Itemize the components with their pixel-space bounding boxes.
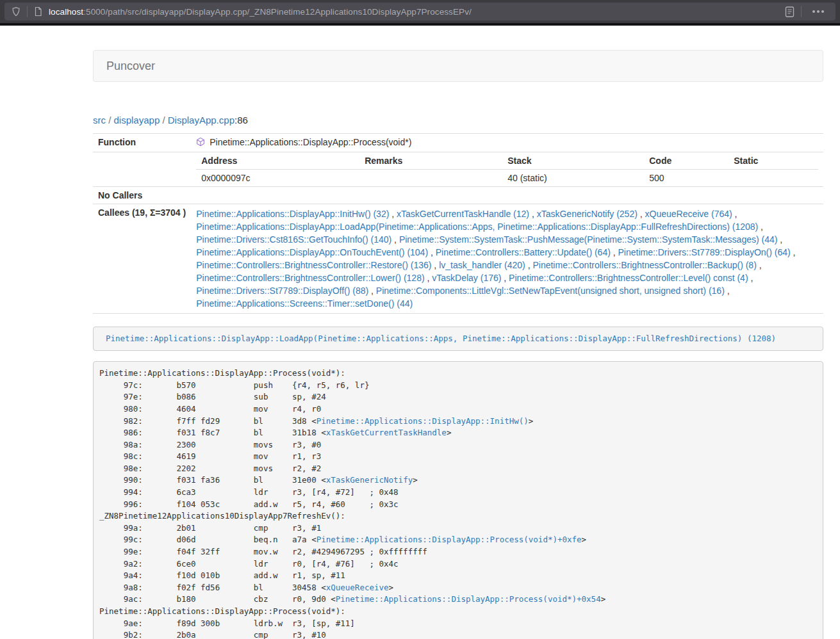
page-icon[interactable] <box>33 6 43 17</box>
callee-link[interactable]: Pinetime::Applications::DisplayApp::Load… <box>196 222 758 232</box>
callee-link[interactable]: Pinetime::Controllers::BrightnessControl… <box>196 273 424 283</box>
url-text: localhost:5000/path/src/displayapp/Displ… <box>49 7 784 17</box>
reader-view-icon[interactable] <box>784 6 795 18</box>
col-header-code: Code <box>644 152 729 170</box>
function-label: Function <box>93 134 191 152</box>
url-bar-divider <box>27 6 28 17</box>
callee-link[interactable]: Pinetime::Applications::DisplayApp::Init… <box>196 209 389 219</box>
breadcrumb-separator: / <box>108 115 111 125</box>
stack-value: 40 (static) <box>502 170 644 187</box>
breadcrumb: src / displayapp / DisplayApp.cpp:86 <box>93 115 823 125</box>
disassembly-symbol-link[interactable]: xQueueReceive <box>326 583 389 592</box>
browser-toolbar: localhost:5000/path/src/displayapp/Displ… <box>0 0 840 23</box>
callee-link[interactable]: Pinetime::Controllers::Battery::Update()… <box>436 247 611 257</box>
callee-link[interactable]: Pinetime::Controllers::BrightnessControl… <box>196 260 431 270</box>
col-header-remarks: Remarks <box>359 152 502 170</box>
disassembly-symbol-link[interactable]: Pinetime::Applications::DisplayApp::Proc… <box>317 535 582 544</box>
symbol-table: Function Pinetime::Applications::Display… <box>93 133 823 314</box>
callee-link[interactable]: Pinetime::Controllers::BrightnessControl… <box>532 260 756 270</box>
callees-list: Pinetime::Applications::DisplayApp::Init… <box>191 204 823 314</box>
callee-link[interactable]: Pinetime::Applications::Screens::Timer::… <box>196 298 413 309</box>
selected-callee-link[interactable]: Pinetime::Applications::DisplayApp::Load… <box>106 334 776 343</box>
breadcrumb-src-link[interactable]: src <box>93 115 106 125</box>
table-row: 0x0000097c 40 (static) 500 <box>196 170 818 187</box>
selected-callee-box: Pinetime::Applications::DisplayApp::Load… <box>93 327 823 351</box>
no-callers-row: No Callers <box>93 187 823 204</box>
disassembly-symbol-link[interactable]: Pinetime::Applications::DisplayApp::Proc… <box>336 594 601 604</box>
callee-link[interactable]: Pinetime::Drivers::St7789::DisplayOn() (… <box>618 247 791 257</box>
url-host: localhost <box>49 7 83 17</box>
remarks-value <box>359 170 502 187</box>
function-name: Pinetime::Applications::DisplayApp::Proc… <box>210 137 411 147</box>
callee-link[interactable]: Pinetime::Components::LittleVgl::SetNewT… <box>376 286 725 296</box>
breadcrumb-separator: / <box>162 115 165 125</box>
url-bar-divider-right <box>801 6 802 17</box>
shield-icon[interactable] <box>11 6 21 17</box>
more-options-icon[interactable] <box>812 10 824 13</box>
function-details-row: Address Remarks Stack Code Static 0x0000… <box>93 152 823 187</box>
app-header: Puncover <box>93 50 823 82</box>
callee-link[interactable]: lv_task_handler (420) <box>439 260 525 270</box>
app-brand-link[interactable]: Puncover <box>94 60 165 73</box>
col-header-static: Static <box>729 152 818 170</box>
callee-link[interactable]: xQueueReceive (764) <box>645 209 732 219</box>
callee-link[interactable]: xTaskGetCurrentTaskHandle (12) <box>397 209 529 219</box>
breadcrumb-line-number: :86 <box>235 115 248 125</box>
disassembly-symbol-link[interactable]: xTaskGetCurrentTaskHandle <box>326 428 447 437</box>
callee-link[interactable]: Pinetime::Controllers::BrightnessControl… <box>509 273 748 283</box>
callee-link[interactable]: xTaskGenericNotify (252) <box>537 209 638 219</box>
callee-link[interactable]: vTaskDelay (176) <box>432 273 501 283</box>
callee-link[interactable]: Pinetime::Applications::DisplayApp::OnTo… <box>196 247 428 257</box>
callees-label: Callees (19, Σ=3704 ) <box>93 204 191 314</box>
function-details-table: Address Remarks Stack Code Static 0x0000… <box>196 152 818 186</box>
disassembly-block: Pinetime::Applications::DisplayApp::Proc… <box>93 361 823 639</box>
breadcrumb-file-link[interactable]: DisplayApp.cpp <box>168 115 235 125</box>
no-callers-label: No Callers <box>93 187 191 204</box>
callee-link[interactable]: Pinetime::Drivers::Cst816S::GetTouchInfo… <box>196 234 391 245</box>
package-cube-icon <box>196 137 205 149</box>
breadcrumb-displayapp-link[interactable]: displayapp <box>114 115 160 125</box>
disassembly-symbol-link[interactable]: Pinetime::Applications::DisplayApp::Init… <box>317 416 529 426</box>
function-row: Function Pinetime::Applications::Display… <box>93 134 823 152</box>
url-bar[interactable]: localhost:5000/path/src/displayapp/Displ… <box>4 3 836 20</box>
url-path: :5000/path/src/displayapp/DisplayApp.cpp… <box>83 7 472 17</box>
callees-row: Callees (19, Σ=3704 ) Pinetime::Applicat… <box>93 204 823 314</box>
disassembly-code: Pinetime::Applications::DisplayApp::Proc… <box>99 368 605 639</box>
disassembly-symbol-link[interactable]: xTaskGenericNotify <box>326 475 413 485</box>
col-header-stack: Stack <box>502 152 644 170</box>
static-value <box>729 170 818 187</box>
callee-link[interactable]: Pinetime::Drivers::St7789::DisplayOff() … <box>196 286 368 296</box>
browser-bottom-border <box>0 23 840 26</box>
code-value: 500 <box>644 170 729 187</box>
col-header-address: Address <box>196 152 359 170</box>
callee-link[interactable]: Pinetime::System::SystemTask::PushMessag… <box>399 234 778 245</box>
page-content: Puncover src / displayapp / DisplayApp.c… <box>93 50 823 639</box>
address-value: 0x0000097c <box>196 170 359 187</box>
